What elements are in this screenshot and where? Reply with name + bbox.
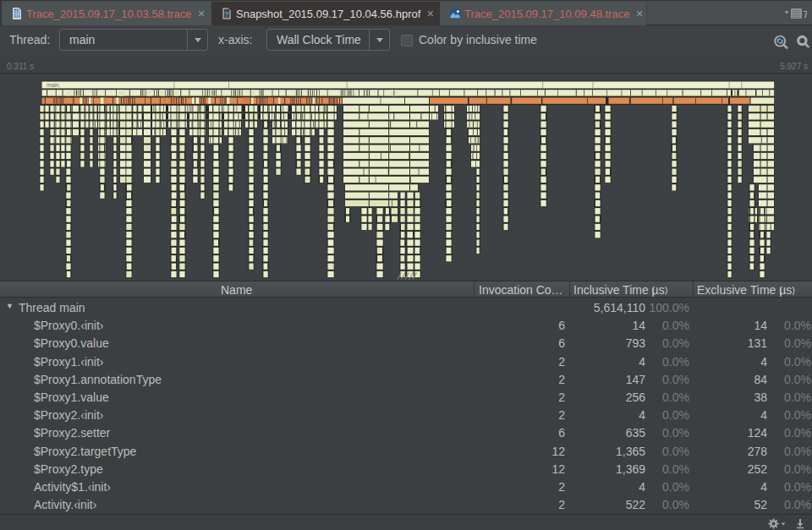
svg-text:?: ? — [224, 10, 229, 19]
svg-text:main.: main. — [47, 82, 61, 88]
svg-text:7: 7 — [803, 9, 807, 19]
